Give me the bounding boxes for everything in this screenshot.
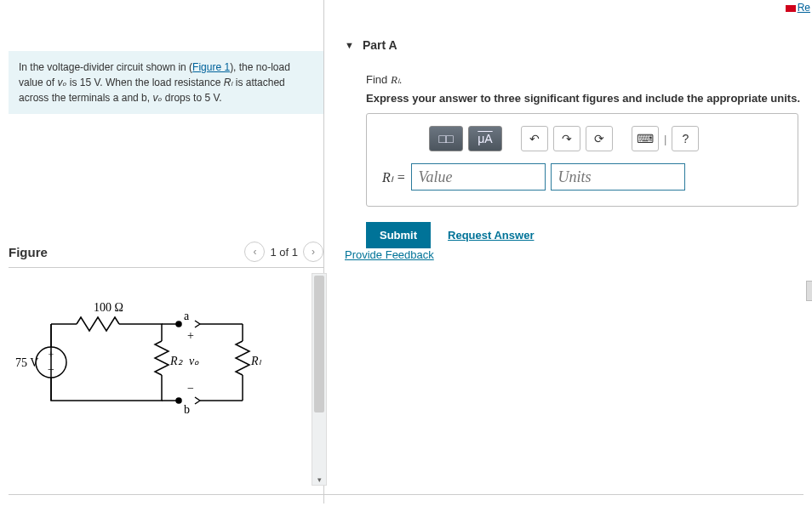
- prompt-pre: Find: [366, 73, 391, 86]
- prompt-line-1: Find Rₗ.: [366, 73, 808, 87]
- terminal-b: b: [184, 403, 190, 416]
- toolbar-sep: |: [664, 133, 666, 145]
- problem-text-3: is 15 V. When the load resistance: [66, 77, 223, 88]
- figure-next-button[interactable]: ›: [303, 242, 323, 262]
- right-edge-tab[interactable]: [806, 281, 812, 301]
- templates-button[interactable]: □□: [429, 126, 463, 151]
- keyboard-icon: ⌨: [637, 132, 654, 145]
- units-input[interactable]: [551, 163, 685, 191]
- vo-var-2: vₒ: [152, 92, 162, 104]
- vsrc-label: 75 V: [15, 356, 38, 369]
- figure-link[interactable]: Figure 1: [192, 61, 230, 73]
- reset-button[interactable]: ⟳: [586, 126, 613, 151]
- vo-label: vₒ: [189, 355, 199, 367]
- collapse-icon[interactable]: ▼: [345, 40, 354, 50]
- vo-var-1: vₒ: [57, 77, 66, 88]
- review-label: Re: [798, 2, 810, 14]
- figure-prev-button[interactable]: ‹: [244, 242, 265, 262]
- svg-text:+: +: [49, 349, 54, 361]
- help-button[interactable]: ?: [672, 126, 699, 151]
- figure-section: Figure ‹ 1 of 1 › ▴ ▾: [9, 242, 323, 486]
- undo-button[interactable]: ↶: [521, 126, 548, 151]
- minus-label: −: [187, 382, 194, 395]
- review-icon: [786, 5, 796, 12]
- prompt-line-2: Express your answer to three significant…: [366, 92, 808, 105]
- submit-row: Submit Request Answer: [366, 222, 808, 248]
- undo-icon: ↶: [529, 132, 540, 145]
- figure-body: ▴ ▾ + −: [9, 273, 323, 486]
- part-label: Part A: [363, 38, 397, 52]
- terminal-a: a: [184, 310, 190, 322]
- figure-pager-label: 1 of 1: [270, 246, 298, 259]
- units-picker-button[interactable]: μA: [468, 126, 502, 151]
- review-link[interactable]: Re: [786, 2, 810, 14]
- problem-statement: In the voltage-divider circuit shown in …: [9, 51, 323, 114]
- figure-title: Figure: [9, 245, 48, 259]
- part-header: ▼ Part A: [345, 38, 808, 52]
- plus-label: +: [187, 329, 194, 342]
- templates-icon: □□: [439, 132, 454, 145]
- redo-button[interactable]: ↷: [553, 126, 580, 151]
- scroll-thumb[interactable]: [314, 276, 324, 412]
- prompt-var: Rₗ: [391, 73, 399, 86]
- redo-icon: ↷: [562, 132, 572, 145]
- r100-label: 100 Ω: [94, 301, 123, 314]
- figure-header: Figure ‹ 1 of 1 ›: [9, 242, 323, 262]
- prompt: Find Rₗ. Express your answer to three si…: [366, 73, 808, 105]
- left-pane: In the voltage-divider circuit shown in …: [0, 0, 323, 486]
- value-input[interactable]: [411, 163, 546, 191]
- keyboard-button[interactable]: ⌨: [632, 126, 659, 151]
- r2-label: R₂: [169, 355, 183, 367]
- svg-text:−: −: [48, 363, 54, 376]
- answer-var-label: Rₗ =: [382, 169, 406, 185]
- problem-text-1: In the voltage-divider circuit shown in …: [19, 61, 192, 73]
- rl-var-1: Rₗ: [224, 77, 233, 88]
- help-icon: ?: [682, 132, 689, 145]
- scroll-down-icon: ▾: [312, 475, 326, 484]
- provide-feedback-link[interactable]: Provide Feedback: [345, 248, 434, 261]
- bottom-divider: [9, 494, 803, 495]
- units-icon: μA: [477, 132, 492, 145]
- submit-button[interactable]: Submit: [366, 222, 431, 248]
- figure-divider: [9, 267, 323, 268]
- figure-scrollbar[interactable]: ▴ ▾: [312, 273, 327, 486]
- reset-icon: ⟳: [594, 132, 604, 145]
- request-answer-link[interactable]: Request Answer: [448, 229, 534, 242]
- answer-toolbar: □□ μA ↶ ↷ ⟳ ⌨ | ?: [429, 126, 782, 151]
- circuit-diagram: + −: [9, 273, 281, 426]
- rl-label: Rₗ: [250, 355, 262, 367]
- input-row: Rₗ =: [382, 163, 782, 191]
- prompt-post: .: [399, 73, 403, 86]
- figure-pager: ‹ 1 of 1 ›: [244, 242, 323, 262]
- answer-box: □□ μA ↶ ↷ ⟳ ⌨ | ? Rₗ =: [366, 113, 798, 207]
- problem-text-5: drops to 5 V.: [162, 92, 221, 104]
- right-pane: ▼ Part A Find Rₗ. Express your answer to…: [345, 38, 808, 261]
